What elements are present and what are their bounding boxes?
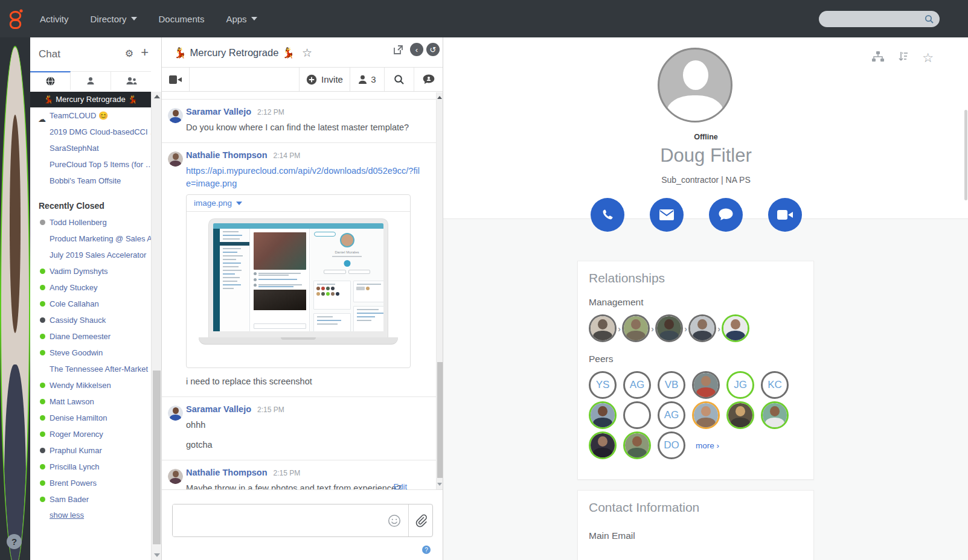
sidebar-item-recent[interactable]: Denise Hamilton (30, 410, 151, 426)
sidebar-item-chat[interactable]: 💃 Mercury Retrograde 💃 (30, 92, 151, 107)
sort-list-icon[interactable] (897, 51, 909, 65)
sidebar-item-recent[interactable]: Product Marketing @ Sales A… (30, 231, 151, 247)
emoji-icon[interactable] (380, 504, 408, 536)
sidebar-item-recent[interactable]: Diane Demeester (30, 328, 151, 345)
invite-button[interactable]: Invite (300, 68, 350, 91)
attachment-toggle[interactable]: image.png (187, 195, 410, 212)
management-avatar[interactable] (722, 314, 749, 342)
video-call-button[interactable] (768, 198, 802, 232)
nav-item-directory[interactable]: Directory (91, 14, 137, 24)
management-avatar[interactable] (589, 314, 617, 342)
call-button[interactable] (591, 198, 624, 232)
org-chart-icon[interactable] (871, 51, 885, 65)
sidebar-item-recent[interactable]: Steve Goodwin (30, 345, 151, 361)
sidebar-item-recent[interactable]: Priscilla Lynch (30, 459, 151, 475)
peer-avatar[interactable]: DO (658, 431, 685, 459)
start-video-button[interactable] (162, 68, 190, 91)
tab-direct-person-icon[interactable] (71, 72, 111, 90)
edit-message-link[interactable]: Edit (394, 482, 407, 489)
sidebar-item-recent[interactable]: The Tennessee After-Market (30, 361, 151, 377)
file-link[interactable]: https://api.mypurecloud.com/api/v2/downl… (186, 165, 421, 190)
nav-item-activity[interactable]: Activity (40, 14, 69, 24)
nav-item-apps[interactable]: Apps (226, 14, 257, 24)
profile-scrollbar-thumb[interactable] (964, 110, 967, 200)
genesys-logo-icon[interactable] (7, 7, 25, 31)
sidebar-item-recent[interactable]: Cole Callahan (30, 296, 151, 312)
tab-rooms-globe-icon[interactable] (30, 71, 71, 90)
peer-avatar[interactable] (623, 401, 651, 429)
scroll-up-arrow-icon[interactable] (437, 96, 442, 99)
avatar[interactable] (168, 151, 183, 167)
author-name[interactable]: Saramar Vallejo (186, 404, 251, 414)
back-icon[interactable]: ‹ (410, 43, 423, 56)
peer-avatar[interactable] (589, 401, 617, 429)
peer-avatar[interactable] (692, 401, 720, 429)
tab-groups-people-icon[interactable] (111, 72, 151, 90)
global-search-input[interactable] (819, 11, 940, 27)
sidebar-item-recent[interactable]: Andy Stuckey (30, 279, 151, 296)
sidebar-item-recent[interactable]: Sam Bader (30, 491, 151, 508)
peer-avatar[interactable] (726, 401, 754, 429)
peer-avatar[interactable] (692, 371, 720, 399)
peer-avatar[interactable]: AG (623, 371, 651, 399)
peer-avatar[interactable]: JG (726, 371, 754, 399)
avatar[interactable] (168, 406, 183, 421)
show-less-link[interactable]: show less (50, 511, 151, 520)
help-icon[interactable]: ? (7, 534, 22, 549)
peer-avatar[interactable]: KC (761, 371, 789, 399)
sidebar-item-recent[interactable]: Todd Hollenberg (30, 214, 151, 231)
sidebar-item-recent[interactable]: Praphul Kumar (30, 442, 151, 459)
chat-settings-gear-icon[interactable]: ⚙ (125, 48, 133, 59)
new-chat-plus-icon[interactable]: + (141, 45, 149, 60)
sidebar-item-chat[interactable]: Bobbi's Team Offsite (30, 173, 151, 189)
author-name[interactable]: Nathalie Thompson (186, 468, 268, 477)
scrollbar-thumb[interactable] (153, 371, 161, 544)
peer-avatar[interactable]: VB (658, 371, 685, 399)
message-input[interactable] (173, 504, 380, 536)
sidebar-item-chat[interactable]: PureCloud Top 5 Items (for … (30, 156, 151, 173)
sidebar-item-recent[interactable]: Vadim Dymshyts (30, 263, 151, 279)
avatar[interactable] (168, 469, 183, 484)
avatar[interactable] (168, 108, 183, 123)
sidebar-item-recent[interactable]: Roger Morency (30, 426, 151, 442)
scroll-down-arrow-icon[interactable] (437, 483, 442, 486)
history-icon[interactable]: ↺ (426, 43, 440, 56)
sidebar-item-chat[interactable]: ☁TeamCLOUD 😊 (30, 107, 151, 124)
sidebar-item-chat[interactable]: 2019 DMG Cloud-basedCCI … (30, 124, 151, 140)
peer-avatar[interactable] (623, 431, 651, 459)
attachment-preview[interactable]: Daniel Morales (187, 212, 410, 368)
attach-file-icon[interactable] (408, 504, 432, 536)
chat-scrollbar[interactable] (436, 92, 443, 489)
sidebar-item-recent[interactable]: Cassidy Shauck (30, 312, 151, 328)
sidebar-item-recent[interactable]: Brent Powers (30, 475, 151, 491)
peer-avatar[interactable] (589, 431, 617, 459)
scrollbar-thumb[interactable] (437, 362, 443, 478)
scroll-up-arrow-icon[interactable] (154, 95, 160, 98)
sidebar-item-recent[interactable]: Matt Lawson (30, 393, 151, 410)
chat-search-button[interactable] (385, 68, 414, 91)
favorite-star-icon[interactable]: ☆ (302, 46, 312, 60)
nav-item-documents[interactable]: Documents (159, 14, 205, 24)
scroll-down-arrow-icon[interactable] (154, 553, 160, 557)
chat-mode-button[interactable] (414, 68, 443, 91)
sidebar-item-recent[interactable]: Wendy Mikkelsen (30, 377, 151, 393)
composer-help-icon[interactable]: ? (422, 546, 431, 554)
member-count-button[interactable]: 3 (350, 68, 385, 91)
author-name[interactable]: Saramar Vallejo (186, 107, 251, 116)
user-avatar[interactable] (0, 46, 30, 560)
chat-button[interactable] (709, 198, 743, 232)
peer-avatar[interactable]: YS (589, 371, 617, 399)
sidebar-item-chat[interactable]: SaraStephNat (30, 140, 151, 156)
author-name[interactable]: Nathalie Thompson (186, 150, 268, 160)
favorite-star-icon[interactable]: ☆ (922, 51, 934, 65)
management-avatar[interactable] (622, 314, 650, 342)
email-button[interactable] (650, 198, 684, 232)
sidebar-item-recent[interactable]: July 2019 Sales Accelerator (30, 247, 151, 263)
management-avatar[interactable] (688, 314, 716, 342)
peer-avatar[interactable]: AG (658, 401, 685, 429)
management-avatar[interactable] (655, 314, 683, 342)
sidebar-scrollbar[interactable] (151, 92, 162, 560)
peers-more-link[interactable]: more › (696, 441, 723, 450)
popout-icon[interactable] (393, 44, 404, 56)
peer-avatar[interactable] (761, 401, 789, 429)
